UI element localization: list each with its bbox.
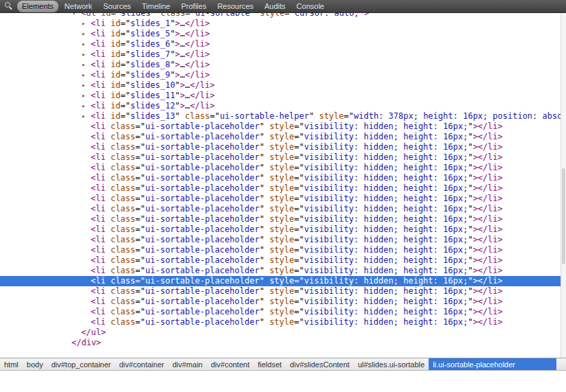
dom-node-placeholder[interactable]: <li class="ui-sortable-placeholder" styl…	[0, 183, 561, 194]
scrollbar-thumb[interactable]	[562, 168, 565, 265]
breadcrumb-fieldset[interactable]: fieldset	[253, 358, 286, 370]
dom-close-tag-ul[interactable]: </ul>	[0, 327, 561, 338]
collapsed-arrow-icon[interactable]: ▸	[82, 29, 85, 39]
dom-node-placeholder[interactable]: <li class="ui-sortable-placeholder" styl…	[0, 173, 561, 183]
code-token: >	[473, 122, 477, 131]
code-token: class	[111, 255, 135, 265]
dom-node-placeholder[interactable]: <li class="ui-sortable-placeholder" styl…	[0, 163, 561, 173]
breadcrumb-div#content[interactable]: div#content	[207, 358, 253, 370]
code-token: ui-sortable-placeholder	[146, 317, 260, 327]
dom-node-placeholder[interactable]: <li class="ui-sortable-placeholder" styl…	[0, 214, 561, 224]
code-token: ui-sortable-placeholder	[146, 235, 260, 244]
code-token: "	[260, 204, 264, 214]
code-token: >	[473, 235, 477, 244]
code-token: <li	[91, 39, 106, 49]
expanded-arrow-icon[interactable]: ▾	[72, 13, 76, 19]
dom-node-placeholder[interactable]: <li class="ui-sortable-placeholder" styl…	[0, 194, 561, 204]
dom-node-slides_10[interactable]: ▸<li id="slides_10">…</li>	[0, 80, 561, 91]
dom-node-placeholder[interactable]: <li class="ui-sortable-placeholder" styl…	[0, 286, 561, 297]
code-token: id	[111, 80, 120, 90]
dom-node-placeholder[interactable]: <li class="ui-sortable-placeholder" styl…	[0, 266, 561, 276]
code-token: ="	[120, 70, 130, 80]
tab-console[interactable]: Console	[292, 1, 329, 12]
code-token	[106, 224, 111, 234]
breadcrumb-body[interactable]: body	[23, 358, 47, 370]
breadcrumb-ul#slides.ui-sortable[interactable]: ul#slides.ui-sortable	[354, 358, 429, 370]
collapsed-arrow-icon[interactable]: ▸	[82, 101, 85, 111]
tab-elements[interactable]: Elements	[17, 1, 58, 12]
collapsed-arrow-icon[interactable]: ▸	[82, 19, 85, 29]
tab-profiles[interactable]: Profiles	[177, 1, 212, 12]
tab-resources[interactable]: Resources	[212, 1, 258, 12]
code-token: </li>	[185, 39, 210, 49]
code-token: >	[473, 276, 477, 286]
dom-node-placeholder[interactable]: <li class="ui-sortable-placeholder" styl…	[0, 297, 561, 307]
code-token: slides_10	[131, 80, 175, 90]
tab-sources[interactable]: Sources	[98, 1, 135, 12]
code-token: ="	[294, 194, 304, 203]
code-token: "	[260, 276, 264, 286]
dom-node-placeholder[interactable]: <li class="ui-sortable-placeholder" styl…	[0, 224, 561, 235]
code-token	[106, 132, 111, 141]
code-token: style	[269, 224, 294, 234]
breadcrumb-html[interactable]: html	[0, 358, 23, 370]
code-token: <ul	[81, 13, 96, 18]
collapsed-arrow-icon[interactable]: ▸	[82, 111, 85, 122]
collapsed-arrow-icon[interactable]: ▸	[82, 80, 85, 91]
code-token: style	[269, 163, 294, 172]
dom-node-slides_11[interactable]: ▸<li id="slides_11">…</li>	[0, 91, 561, 101]
code-token: <li	[91, 204, 106, 214]
code-token: class	[111, 235, 135, 244]
collapsed-arrow-icon[interactable]: ▸	[82, 60, 85, 70]
dom-node-slides_1[interactable]: ▸<li id="slides_1">…</li>	[0, 19, 561, 29]
collapsed-arrow-icon[interactable]: ▸	[82, 91, 85, 101]
dom-node-placeholder[interactable]: <li class="ui-sortable-placeholder" styl…	[0, 235, 561, 245]
code-token: </li>	[190, 91, 215, 100]
breadcrumb-div#main[interactable]: div#main	[168, 358, 207, 370]
breadcrumb-div#container[interactable]: div#container	[115, 358, 168, 370]
dom-close-tag-div[interactable]: </div>	[0, 338, 561, 348]
dom-node-slides_7[interactable]: ▸<li id="slides_7">…</li>	[0, 49, 561, 60]
collapsed-arrow-icon[interactable]: ▸	[82, 49, 85, 60]
dom-node-placeholder[interactable]: <li class="ui-sortable-placeholder" styl…	[0, 204, 561, 214]
breadcrumb-div#top_container[interactable]: div#top_container	[47, 358, 115, 370]
dom-node-placeholder[interactable]: <li class="ui-sortable-placeholder" styl…	[0, 245, 561, 255]
dom-node-placeholder[interactable]: <li class="ui-sortable-placeholder" styl…	[0, 122, 561, 132]
code-token	[106, 286, 111, 296]
dom-node-placeholder-selected[interactable]: <li class="ui-sortable-placeholder" styl…	[0, 276, 561, 286]
dom-node-slides_8[interactable]: ▸<li id="slides_8">…</li>	[0, 60, 561, 70]
collapsed-arrow-icon[interactable]: ▸	[82, 39, 85, 49]
code-token: <li	[91, 255, 106, 265]
collapsed-arrow-icon[interactable]: ▸	[82, 70, 85, 80]
code-token: <li	[91, 245, 106, 255]
code-token: <li	[91, 19, 106, 28]
code-token: ="	[135, 122, 145, 131]
tab-network[interactable]: Network	[60, 1, 97, 12]
vertical-scrollbar[interactable]	[561, 13, 566, 358]
code-token: >	[473, 286, 477, 296]
breadcrumb-li.ui-sortable-placeholder[interactable]: li.ui-sortable-placeholder	[429, 358, 556, 370]
code-token: </li>	[478, 297, 503, 306]
code-token: ="	[120, 101, 130, 111]
code-token: "	[260, 297, 264, 306]
dom-node-placeholder[interactable]: <li class="ui-sortable-placeholder" styl…	[0, 132, 561, 142]
dom-node-placeholder[interactable]: <li class="ui-sortable-placeholder" styl…	[0, 307, 561, 317]
dom-node-slides_6[interactable]: ▸<li id="slides_6">…</li>	[0, 39, 561, 49]
tab-audits[interactable]: Audits	[260, 1, 291, 12]
dom-node-slides_13[interactable]: ▸<li id="slides_13" class="ui-sortable-h…	[0, 111, 561, 122]
dom-node-slides_5[interactable]: ▸<li id="slides_5">…</li>	[0, 29, 561, 39]
tab-timeline[interactable]: Timeline	[137, 1, 175, 12]
breadcrumb-div#slidesContent[interactable]: div#slidesContent	[286, 358, 354, 370]
code-token: ui-sortable-placeholder	[146, 194, 260, 203]
code-token: >	[364, 13, 369, 18]
dom-node-placeholder[interactable]: <li class="ui-sortable-placeholder" styl…	[0, 152, 561, 163]
code-token: </li>	[478, 183, 503, 193]
dom-node-slides_12[interactable]: ▸<li id="slides_12">…</li>	[0, 101, 561, 111]
code-token	[106, 235, 111, 244]
dom-node-ul-slides[interactable]: ▾<ul id="slides" class="ui-sortable" sty…	[0, 13, 561, 19]
dom-node-placeholder[interactable]: <li class="ui-sortable-placeholder" styl…	[0, 142, 561, 152]
dom-node-slides_9[interactable]: ▸<li id="slides_9">…</li>	[0, 70, 561, 80]
search-icon[interactable]	[0, 0, 16, 12]
dom-node-placeholder[interactable]: <li class="ui-sortable-placeholder" styl…	[0, 317, 561, 327]
dom-node-placeholder[interactable]: <li class="ui-sortable-placeholder" styl…	[0, 255, 561, 266]
